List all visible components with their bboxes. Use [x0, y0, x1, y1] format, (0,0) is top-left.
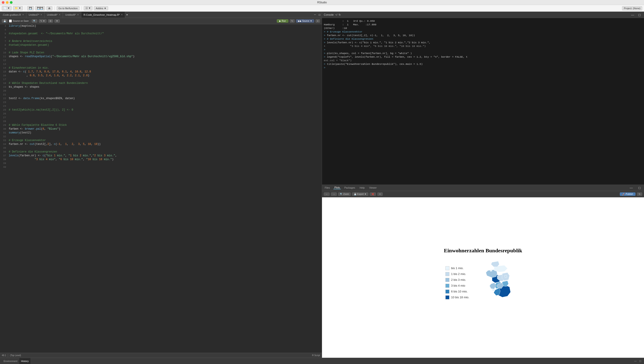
code-line[interactable]: 37levels(farben.nr) <- c("bis 1 mio.", "… [0, 154, 322, 158]
plots-expand-button[interactable]: ◻ [637, 186, 642, 190]
plots-refresh-button[interactable]: ↻ [637, 193, 642, 196]
tab-close-icon[interactable]: ✕ [40, 14, 42, 16]
code-line[interactable]: 35 [0, 146, 322, 150]
code-line[interactable]: 4 [0, 28, 322, 32]
code-line[interactable]: 22test2 <- data.frame(ks_shapes$GEN, dat… [0, 97, 322, 100]
tab-close-icon[interactable]: ✕ [77, 14, 79, 16]
expand-button[interactable]: ◻ [317, 13, 322, 17]
bottom-expand-button[interactable]: ◻ [638, 359, 642, 363]
list-button[interactable]: ≡ [316, 19, 320, 23]
console-expand-button[interactable]: ◻ [637, 13, 642, 17]
go-to-file-button[interactable]: Go to file/function [57, 6, 80, 10]
code-line[interactable]: 31summary(test2) [0, 131, 322, 135]
code-line[interactable]: 17 [0, 78, 322, 81]
maximize-button[interactable] [10, 1, 12, 4]
tab-close-icon[interactable]: ✕ [59, 14, 60, 16]
code-line[interactable]: 6 [0, 36, 322, 40]
code-line[interactable]: 18# Wähle Shapedaten Deutschland nach Bu… [0, 81, 322, 85]
tab-environment[interactable]: Environment [2, 358, 19, 364]
code-line[interactable]: 9 [0, 47, 322, 51]
run-button[interactable]: ▶ Run [277, 19, 288, 23]
print-button[interactable]: 🖶 [46, 6, 52, 10]
code-line[interactable]: 12 [0, 59, 322, 62]
code-line[interactable]: 16 , 0.9, 3.5, 2.4, 1.6, 4, 2.2, 2.1, 2.… [0, 74, 322, 78]
code-line[interactable]: 24 [0, 104, 322, 108]
clear-plots-button[interactable]: ✂ [377, 193, 383, 196]
code-line[interactable]: 38 "3 bis 4 mio", "6 bis 10 mio.", "10 b… [0, 158, 322, 161]
refresh-icon[interactable]: ↻ [338, 13, 341, 16]
tab-packages[interactable]: Packages [344, 186, 356, 189]
tab-r-code-einwohner[interactable]: R-Code_Einwohner_Heatmap.R* ✕ [81, 12, 125, 18]
open-file-button[interactable]: 📁 ▼ [13, 6, 23, 10]
console-content[interactable]: : 1 3rd Qu.: 0.950Hamburg : 1 Max. :17.8… [322, 18, 644, 185]
code-line[interactable]: 21 [0, 93, 322, 97]
source-on-save-input[interactable] [9, 20, 12, 23]
code-line[interactable]: 13 [0, 62, 322, 66]
tab-close-icon[interactable]: ✕ [121, 14, 123, 16]
code-line[interactable]: 14# Einwohnerzahlen in mio. [0, 66, 322, 70]
options-button[interactable]: ▼ [54, 19, 60, 23]
code-line[interactable]: 15daten <- c( 1.7, 7.9, 0.6, 17.8, 6.1, … [0, 70, 322, 74]
save-button[interactable]: 💾 [27, 6, 34, 10]
code-line[interactable]: 27 [0, 116, 322, 119]
remove-plot-button[interactable]: ❌ [370, 193, 376, 196]
tab-code-grafiken[interactable]: -Code-grafiken.R ✕ [0, 12, 26, 18]
window-controls[interactable] [2, 1, 12, 4]
tab-close-icon[interactable]: ✕ [22, 14, 24, 16]
code-line[interactable]: 23 [0, 100, 322, 104]
source-on-save-checkbox[interactable]: Source on Save [9, 20, 29, 23]
tab-untitled7[interactable]: Untitled7* ✕ [26, 12, 45, 18]
save-all-button[interactable]: 💾💾 [35, 6, 45, 10]
format-button[interactable]: ☰ [48, 19, 53, 23]
addins-button[interactable]: Addins ▼ [94, 6, 108, 10]
code-line[interactable]: 30farben <- brewer.pal(6, "Blues") [0, 127, 322, 131]
zoom-button[interactable]: 🔍 Zoom [338, 193, 351, 196]
grid-button[interactable]: ☷ ▼ [84, 6, 93, 10]
publish-button[interactable]: 🚀 Publish [620, 193, 636, 196]
code-line[interactable]: 28 [0, 119, 322, 123]
code-button[interactable]: ✎ ▼ [39, 19, 46, 23]
code-line[interactable]: 29# Wähle Farbpalette Blautöne 6 Stück [0, 123, 322, 127]
new-file-button[interactable]: 📄 ▼ [2, 6, 12, 10]
code-line[interactable]: 7# Ändere Arbeitsverzeichnis [0, 40, 322, 43]
source-button[interactable]: ▶▶ Source ▼ [296, 19, 314, 23]
re-run-button[interactable]: ↻ [290, 19, 295, 23]
code-line[interactable]: 19ks_shapes <- shapes [0, 85, 322, 89]
code-line[interactable]: 33# Erzeuge Klassenvektor [0, 139, 322, 142]
code-line[interactable]: 11shapes <- readShapeSpatial("~/Document… [0, 55, 322, 59]
code-line[interactable]: 10# Lade Shape PLZ Daten [0, 51, 322, 55]
collapse-button[interactable]: ― [312, 13, 317, 17]
code-line[interactable]: 5#shapedaten.gesamt <- "~/Documents/Mehr… [0, 32, 322, 36]
code-line[interactable]: 40 [0, 165, 322, 169]
code-line[interactable]: 26 [0, 112, 322, 116]
tab-overflow-button[interactable]: ► [125, 14, 130, 16]
scope-label: (Top Level) [10, 354, 21, 356]
search-button[interactable]: 🔍 [32, 19, 38, 23]
console-collapse-button[interactable]: ― [630, 13, 636, 17]
code-editor[interactable]: 3library(maptools)45#shapedaten.gesamt <… [0, 24, 322, 353]
tab-history[interactable]: History [19, 358, 30, 364]
project-button[interactable]: Project: (None) [622, 6, 642, 10]
bottom-collapse-button[interactable]: ― [633, 359, 638, 363]
close-button[interactable] [2, 1, 4, 4]
tab-viewer[interactable]: Viewer [368, 186, 378, 189]
code-line[interactable]: 34farben.nr <- cut(test2[,2], c(-1, 1, 2… [0, 142, 322, 146]
minimize-button[interactable] [6, 1, 8, 4]
tab-help[interactable]: Help [359, 186, 366, 189]
code-line[interactable]: 3library(maptools) [0, 24, 322, 28]
code-line[interactable]: 32 [0, 135, 322, 139]
code-line[interactable]: 39 [0, 161, 322, 165]
export-button[interactable]: 💾 Export ▼ [352, 193, 368, 196]
tab-untitled8[interactable]: Untitled8* ✕ [44, 12, 63, 18]
plots-back-button[interactable]: ← [324, 193, 330, 196]
plots-collapse-button[interactable]: ― [628, 186, 634, 190]
plots-forward-button[interactable]: → [331, 193, 337, 196]
code-line[interactable]: 25# test2[which(is.na(test2[,2])), 2] <-… [0, 108, 322, 112]
code-line[interactable]: 36# Definiere die Klassengrenzen [0, 150, 322, 154]
tab-files[interactable]: Files [324, 186, 331, 189]
code-line[interactable]: 20 [0, 89, 322, 93]
tab-plots[interactable]: Plots [334, 186, 340, 189]
code-line[interactable]: 8#setwd(shapedaten.gesamt) [0, 43, 322, 47]
tab-untitled9[interactable]: Untitled9* ✕ [63, 12, 81, 18]
save-editor-button[interactable]: 💾 [2, 19, 8, 23]
